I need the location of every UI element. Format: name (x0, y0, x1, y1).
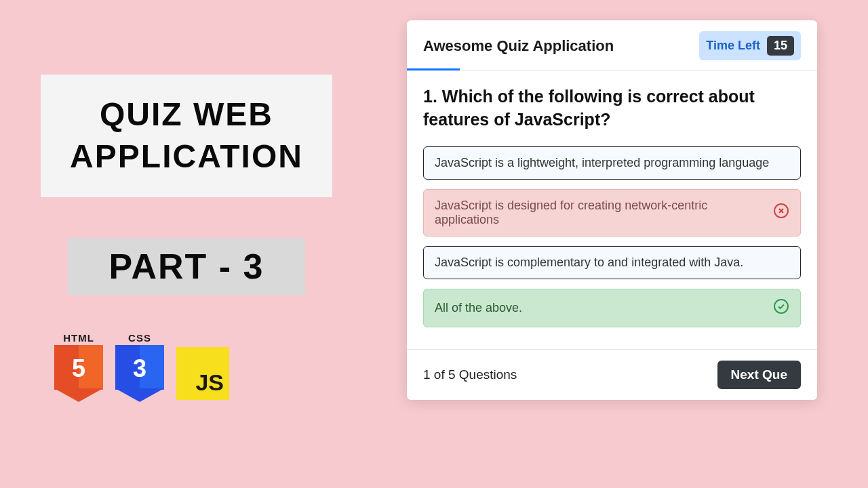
timer-label: Time Left (706, 39, 760, 53)
option-1[interactable]: JavaScript is a lightweight, interpreted… (423, 146, 801, 180)
left-panel: QUIZ WEB APPLICATION PART - 3 HTML 5 CSS… (41, 75, 332, 401)
question-area: 1. Which of the following is correct abo… (407, 70, 817, 349)
part-box: PART - 3 (68, 238, 305, 295)
header-progress-line (407, 68, 460, 70)
html-version: 5 (72, 354, 85, 383)
html-logo: HTML 5 (54, 332, 103, 401)
options-list: JavaScript is a lightweight, interpreted… (423, 146, 801, 327)
option-3[interactable]: JavaScript is complementary to and integ… (423, 246, 801, 279)
part-label: PART - 3 (109, 247, 264, 286)
quiz-footer: 1 of 5 Questions Next Que (407, 349, 817, 400)
option-text: JavaScript is complementary to and integ… (435, 256, 743, 270)
next-button[interactable]: Next Que (717, 361, 801, 389)
timer: Time Left 15 (699, 31, 801, 60)
js-logo-icon: JS (176, 347, 229, 400)
quiz-title: Awesome Quiz Application (423, 37, 614, 55)
option-text: JavaScript is a lightweight, interpreted… (435, 156, 769, 170)
css-logo: CSS 3 (115, 332, 164, 401)
quiz-header: Awesome Quiz Application Time Left 15 (407, 20, 817, 70)
css3-shield-icon: 3 (115, 345, 164, 401)
quiz-box: Awesome Quiz Application Time Left 15 1.… (407, 20, 817, 400)
js-label: JS (195, 369, 224, 396)
svg-point-1 (774, 300, 788, 313)
html-label: HTML (54, 332, 103, 344)
progress-text: 1 of 5 Questions (423, 367, 517, 382)
css-version: 3 (133, 354, 146, 383)
tech-logos: HTML 5 CSS 3 JS (54, 332, 332, 401)
option-4[interactable]: All of the above. (423, 289, 801, 327)
wrong-icon (773, 203, 789, 222)
title-box: QUIZ WEB APPLICATION (41, 75, 332, 197)
css-label: CSS (115, 332, 164, 344)
option-2[interactable]: JavaScript is designed for creating netw… (423, 189, 801, 237)
timer-value: 15 (767, 36, 794, 56)
correct-icon (773, 298, 789, 318)
option-text: All of the above. (435, 301, 522, 315)
title-line-2: APPLICATION (56, 136, 317, 178)
title-line-1: QUIZ WEB (56, 94, 317, 136)
html5-shield-icon: 5 (54, 345, 103, 401)
option-text: JavaScript is designed for creating netw… (435, 199, 766, 227)
question-text: 1. Which of the following is correct abo… (423, 85, 801, 131)
